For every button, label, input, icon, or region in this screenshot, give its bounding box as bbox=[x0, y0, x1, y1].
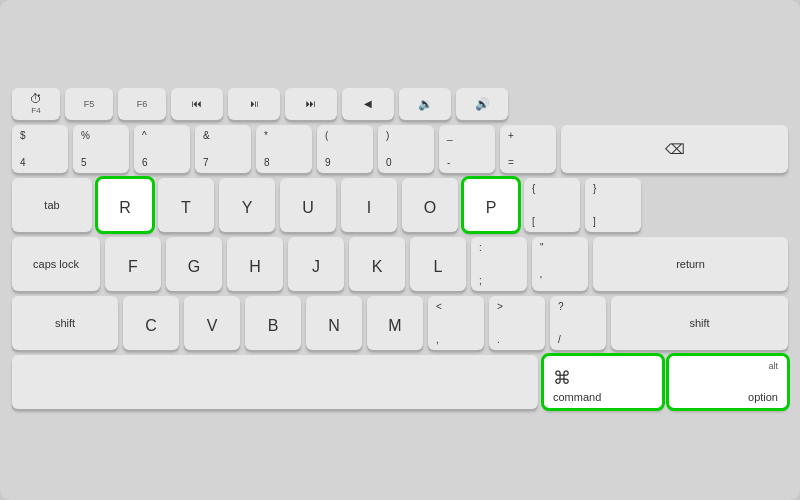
key-o[interactable]: O bbox=[402, 178, 458, 232]
key-space[interactable] bbox=[12, 355, 538, 409]
key-j[interactable]: J bbox=[288, 237, 344, 291]
key-semicolon[interactable]: : ; bbox=[471, 237, 527, 291]
key-u[interactable]: U bbox=[280, 178, 336, 232]
key-minus[interactable]: _ - bbox=[439, 125, 495, 173]
key-b[interactable]: B bbox=[245, 296, 301, 350]
num-row: $ 4 % 5 ^ 6 & 7 * 8 ( 9 ) 0 _ - bbox=[12, 125, 788, 173]
key-4[interactable]: $ 4 bbox=[12, 125, 68, 173]
key-h[interactable]: H bbox=[227, 237, 283, 291]
key-bracket-l[interactable]: { [ bbox=[524, 178, 580, 232]
key-p[interactable]: P bbox=[463, 178, 519, 232]
key-6[interactable]: ^ 6 bbox=[134, 125, 190, 173]
key-n[interactable]: N bbox=[306, 296, 362, 350]
key-0[interactable]: ) 0 bbox=[378, 125, 434, 173]
fn-row: ⏱ F4 F5 F6 ⏮ ⏯ ⏭ ◀ 🔉 🔊 bbox=[12, 88, 788, 120]
key-m[interactable]: M bbox=[367, 296, 423, 350]
key-c[interactable]: C bbox=[123, 296, 179, 350]
key-5[interactable]: % 5 bbox=[73, 125, 129, 173]
key-tab[interactable]: tab bbox=[12, 178, 92, 232]
key-v[interactable]: V bbox=[184, 296, 240, 350]
key-slash[interactable]: ? / bbox=[550, 296, 606, 350]
asdf-row: caps lock F G H J K L : ; " ' return bbox=[12, 237, 788, 291]
key-command[interactable]: ⌘ command bbox=[543, 355, 663, 409]
key-k[interactable]: K bbox=[349, 237, 405, 291]
keyboard: ⏱ F4 F5 F6 ⏮ ⏯ ⏭ ◀ 🔉 🔊 $ 4 bbox=[0, 0, 800, 500]
key-i[interactable]: I bbox=[341, 178, 397, 232]
key-quote[interactable]: " ' bbox=[532, 237, 588, 291]
key-8[interactable]: * 8 bbox=[256, 125, 312, 173]
key-shift-left[interactable]: shift bbox=[12, 296, 118, 350]
key-f[interactable]: F bbox=[105, 237, 161, 291]
key-l[interactable]: L bbox=[410, 237, 466, 291]
option-alt-label: alt bbox=[768, 361, 778, 371]
key-equals[interactable]: + = bbox=[500, 125, 556, 173]
bottom-row: ⌘ command alt option bbox=[12, 355, 788, 409]
key-7[interactable]: & 7 bbox=[195, 125, 251, 173]
key-f8[interactable]: ⏯ bbox=[228, 88, 280, 120]
zxcv-row: shift C V B N M < , > . ? / shift bbox=[12, 296, 788, 350]
key-f9[interactable]: ⏭ bbox=[285, 88, 337, 120]
key-f7[interactable]: ⏮ bbox=[171, 88, 223, 120]
key-f4[interactable]: ⏱ F4 bbox=[12, 88, 60, 120]
key-backspace[interactable]: ⌫ bbox=[561, 125, 788, 173]
key-f11[interactable]: 🔉 bbox=[399, 88, 451, 120]
key-y[interactable]: Y bbox=[219, 178, 275, 232]
key-option[interactable]: alt option bbox=[668, 355, 788, 409]
key-f10[interactable]: ◀ bbox=[342, 88, 394, 120]
key-9[interactable]: ( 9 bbox=[317, 125, 373, 173]
key-r[interactable]: R bbox=[97, 178, 153, 232]
key-f6[interactable]: F6 bbox=[118, 88, 166, 120]
command-label: command bbox=[553, 391, 601, 403]
key-period[interactable]: > . bbox=[489, 296, 545, 350]
key-shift-right[interactable]: shift bbox=[611, 296, 788, 350]
option-label: option bbox=[748, 391, 778, 403]
key-f12[interactable]: 🔊 bbox=[456, 88, 508, 120]
key-caps-lock[interactable]: caps lock bbox=[12, 237, 100, 291]
key-bracket-r[interactable]: } ] bbox=[585, 178, 641, 232]
command-symbol-icon: ⌘ bbox=[553, 367, 571, 389]
key-t[interactable]: T bbox=[158, 178, 214, 232]
key-return[interactable]: return bbox=[593, 237, 788, 291]
key-g[interactable]: G bbox=[166, 237, 222, 291]
qwerty-row: tab R T Y U I O P { [ } ] bbox=[12, 178, 788, 232]
key-comma[interactable]: < , bbox=[428, 296, 484, 350]
key-f5[interactable]: F5 bbox=[65, 88, 113, 120]
